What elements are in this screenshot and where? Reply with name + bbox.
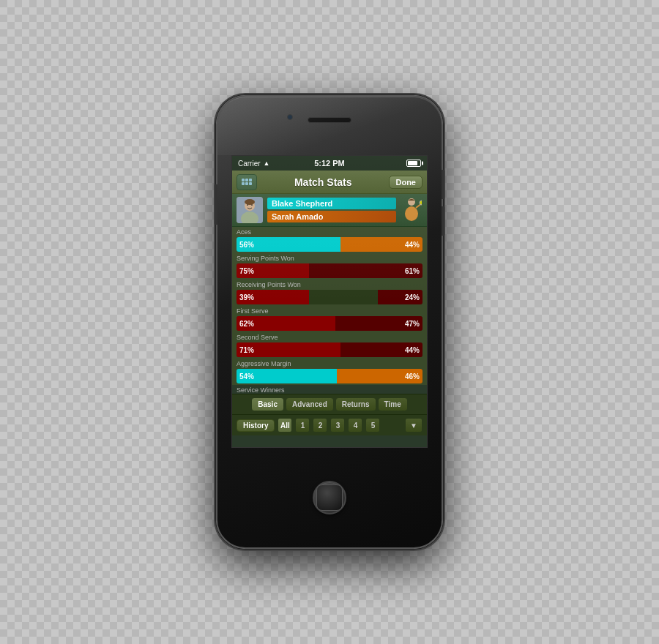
home-button[interactable] (313, 481, 346, 514)
stat-pct-right-1: 61% (405, 267, 420, 275)
stats-area: Aces56%44%Serving Points Won75%61%Receiv… (232, 227, 427, 385)
player2-icon (401, 197, 422, 223)
carrier-label: Carrier (238, 160, 261, 168)
svg-point-11 (245, 199, 255, 205)
volume-down-button[interactable] (442, 206, 444, 236)
stat-label-5: Aggressive Margin (237, 360, 422, 367)
stat-bar-4: 71%44% (237, 342, 422, 357)
tab-bar: BasicAdvancedReturnsTime (232, 394, 427, 415)
battery-fill (408, 161, 417, 165)
stat-label-2: Receiving Points Won (237, 281, 422, 288)
stat-pct-left-3: 62% (239, 320, 254, 328)
service-winners-label: Service Winners (232, 385, 427, 394)
set-btn-1[interactable]: 1 (295, 418, 310, 433)
stat-label-4: Second Serve (237, 334, 422, 341)
stat-pct-left-4: 71% (239, 346, 254, 354)
tab-time[interactable]: Time (378, 397, 408, 411)
download-button[interactable]: ▼ (405, 418, 422, 433)
stat-pct-right-5: 46% (405, 372, 420, 381)
svg-rect-4 (245, 182, 248, 185)
phone-screen: Carrier ▲ 5:12 PM (231, 155, 428, 448)
stat-row-0: Aces56%44% (232, 227, 427, 253)
history-label: History (237, 419, 275, 432)
stat-pct-left-5: 54% (239, 372, 254, 381)
svg-rect-2 (249, 179, 252, 181)
status-time: 5:12 PM (314, 159, 345, 168)
battery-icon (406, 160, 421, 167)
iphone-device: Carrier ▲ 5:12 PM (216, 95, 443, 549)
stat-label-0: Aces (237, 228, 422, 236)
stat-pct-right-4: 44% (405, 346, 420, 354)
stat-row-4: Second Serve71%44% (232, 332, 427, 359)
set-btn-5[interactable]: 5 (365, 418, 380, 433)
svg-rect-3 (242, 182, 245, 185)
stat-label-1: Serving Points Won (237, 255, 422, 262)
tab-basic[interactable]: Basic (251, 397, 284, 411)
player-names: Blake Shepherd Sarah Amado (267, 198, 396, 222)
status-bar: Carrier ▲ 5:12 PM (232, 156, 427, 171)
stat-row-1: Serving Points Won75%61% (232, 253, 427, 280)
stat-bar-3: 62%47% (237, 316, 422, 331)
stat-row-3: First Serve62%47% (232, 306, 427, 332)
set-btn-2[interactable]: 2 (313, 418, 327, 433)
volume-up-button[interactable] (442, 170, 444, 199)
phone-bottom (313, 448, 346, 547)
done-button[interactable]: Done (389, 176, 422, 189)
stat-bar-1: 75%61% (237, 263, 422, 278)
nav-title: Match Stats (294, 176, 352, 188)
svg-rect-5 (249, 182, 252, 185)
status-left: Carrier ▲ (238, 160, 269, 168)
stat-row-5: Aggressive Margin54%46% (232, 359, 427, 385)
stat-pct-right-3: 47% (405, 320, 420, 328)
stat-bar-2: 39%24% (237, 290, 422, 304)
set-btn-3[interactable]: 3 (330, 418, 345, 433)
svg-rect-0 (242, 179, 245, 181)
stat-pct-right-2: 24% (405, 293, 420, 302)
navigation-bar: Match Stats Done (232, 171, 427, 194)
stat-bar-0: 56%44% (237, 237, 422, 252)
stat-label-3: First Serve (237, 307, 422, 315)
tab-advanced[interactable]: Advanced (286, 397, 334, 411)
earpiece-speaker (308, 117, 351, 123)
tab-returns[interactable]: Returns (335, 397, 376, 411)
player2-name: Sarah Amado (267, 211, 396, 222)
svg-point-13 (405, 206, 418, 221)
stat-pct-left-0: 56% (239, 241, 254, 249)
wifi-icon: ▲ (264, 160, 270, 167)
player1-name: Blake Shepherd (267, 198, 396, 209)
sleep-button[interactable] (215, 184, 217, 225)
back-button[interactable] (237, 174, 257, 190)
players-section: Blake Shepherd Sarah Amado (232, 194, 427, 227)
tennis-player-icon (401, 198, 422, 222)
svg-rect-1 (245, 179, 248, 181)
stat-row-2: Receiving Points Won39%24% (232, 280, 427, 306)
front-camera (287, 114, 293, 120)
set-btn-4[interactable]: 4 (348, 418, 362, 433)
player1-avatar (237, 197, 263, 223)
status-right (406, 160, 421, 167)
set-btn-all[interactable]: All (278, 418, 292, 433)
history-bar: HistoryAll12345▼ (232, 415, 427, 435)
stat-bar-5: 54%46% (237, 369, 422, 383)
grid-icon (242, 179, 252, 186)
phone-top (217, 97, 442, 155)
stat-pct-left-1: 75% (239, 267, 254, 275)
stat-pct-right-0: 44% (405, 241, 420, 249)
home-button-inner (316, 484, 343, 511)
svg-point-15 (420, 201, 422, 205)
player1-avatar-svg (237, 197, 263, 223)
stat-pct-left-2: 39% (239, 293, 254, 302)
